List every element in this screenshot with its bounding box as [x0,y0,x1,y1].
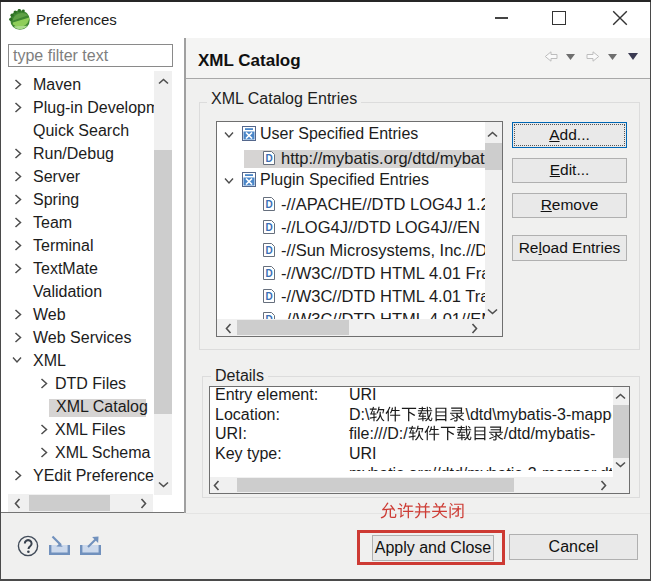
svg-text:D: D [265,268,272,279]
svg-text:D: D [265,245,272,256]
svg-text:D: D [265,291,272,302]
svg-text:D: D [265,222,272,233]
svg-text:D: D [265,153,272,164]
svg-text:D: D [265,199,272,210]
